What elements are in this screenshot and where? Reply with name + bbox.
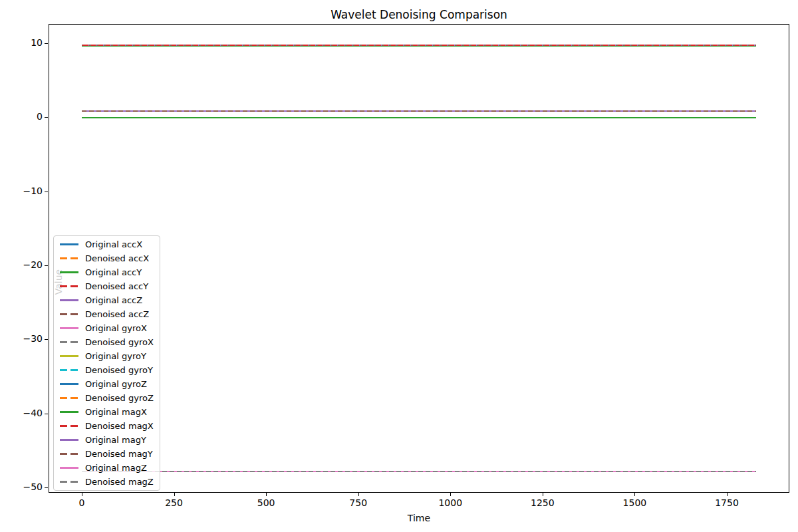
y-tick-mark bbox=[45, 487, 48, 488]
y-tick-label: −50 bbox=[9, 481, 43, 493]
legend-item: Denoised accY bbox=[54, 279, 160, 293]
legend-item: Original gyroX bbox=[54, 321, 160, 335]
plot-area: 02505007501000125015001750100−10−20−30−4… bbox=[49, 24, 789, 493]
line-denoised-magy bbox=[82, 110, 756, 112]
y-tick-label: −10 bbox=[9, 186, 43, 197]
legend-solid-line-swatch bbox=[60, 299, 78, 301]
legend-label: Denoised magX bbox=[85, 421, 154, 431]
legend-item: Denoised magX bbox=[54, 419, 160, 433]
legend-label: Denoised gyroX bbox=[85, 337, 154, 347]
legend-item: Original magX bbox=[54, 405, 160, 419]
x-tick-mark bbox=[543, 493, 543, 496]
legend-label: Original accZ bbox=[85, 295, 142, 305]
legend-label: Denoised magZ bbox=[85, 477, 154, 487]
x-tick-mark bbox=[82, 493, 82, 496]
legend-dashed-line-swatch bbox=[60, 453, 78, 455]
legend-solid-line-swatch bbox=[60, 355, 78, 357]
legend-dashed-line-swatch bbox=[60, 397, 78, 399]
legend-item: Original gyroY bbox=[54, 349, 160, 363]
y-tick-mark bbox=[45, 339, 48, 340]
legend-item: Original accX bbox=[54, 237, 160, 251]
legend-label: Original gyroX bbox=[85, 323, 147, 333]
legend-label: Denoised gyroY bbox=[85, 365, 153, 375]
legend-dashed-line-swatch bbox=[60, 481, 78, 483]
y-tick-mark bbox=[45, 414, 48, 414]
legend-solid-line-swatch bbox=[60, 467, 78, 469]
legend-dashed-line-swatch bbox=[60, 313, 78, 315]
x-tick-label: 500 bbox=[239, 497, 293, 509]
x-tick-mark bbox=[450, 493, 451, 496]
line-denoised-magz bbox=[82, 471, 756, 472]
legend-solid-line-swatch bbox=[60, 439, 78, 441]
legend-solid-line-swatch bbox=[60, 327, 78, 329]
matplotlib-figure: Wavelet Denoising Comparison 02505007501… bbox=[0, 0, 798, 532]
legend-item: Original accZ bbox=[54, 293, 160, 307]
x-tick-label: 1500 bbox=[608, 497, 661, 509]
legend-label: Original magX bbox=[85, 407, 147, 417]
legend-item: Denoised accX bbox=[54, 251, 160, 265]
x-tick-label: 1000 bbox=[424, 497, 477, 509]
x-tick-label: 1750 bbox=[700, 497, 753, 509]
y-tick-mark bbox=[45, 43, 48, 44]
legend-item: Denoised gyroX bbox=[54, 335, 160, 349]
line-original-magx bbox=[82, 117, 756, 118]
legend-solid-line-swatch bbox=[60, 383, 78, 385]
y-tick-label: −30 bbox=[9, 333, 43, 344]
legend-dashed-line-swatch bbox=[60, 369, 78, 371]
legend-item: Original gyroZ bbox=[54, 377, 160, 391]
x-axis-label: Time bbox=[49, 513, 789, 523]
legend-item: Denoised gyroY bbox=[54, 363, 160, 377]
legend-label: Denoised gyroZ bbox=[85, 393, 154, 403]
legend-label: Denoised accY bbox=[85, 281, 148, 291]
x-tick-label: 750 bbox=[332, 497, 385, 509]
y-tick-label: 0 bbox=[9, 111, 43, 122]
chart-title: Wavelet Denoising Comparison bbox=[49, 7, 789, 22]
legend-label: Original gyroZ bbox=[85, 379, 147, 389]
line-denoised-magx bbox=[82, 45, 756, 46]
x-tick-label: 250 bbox=[148, 497, 201, 509]
legend-label: Original magY bbox=[85, 435, 146, 445]
x-tick-mark bbox=[634, 493, 635, 496]
legend-solid-line-swatch bbox=[60, 411, 78, 413]
legend-item: Denoised magZ bbox=[54, 475, 160, 489]
legend-dashed-line-swatch bbox=[60, 341, 78, 343]
legend-dashed-line-swatch bbox=[60, 285, 78, 287]
x-tick-label: 0 bbox=[55, 497, 108, 509]
legend-dashed-line-swatch bbox=[60, 425, 78, 427]
legend-item: Original magZ bbox=[54, 461, 160, 475]
legend-dashed-line-swatch bbox=[60, 257, 78, 259]
x-tick-mark bbox=[727, 493, 728, 496]
legend-label: Original gyroY bbox=[85, 351, 146, 361]
y-tick-label: −20 bbox=[9, 259, 43, 271]
legend-item: Denoised magY bbox=[54, 447, 160, 461]
legend-label: Original accY bbox=[85, 267, 142, 277]
legend-item: Denoised accZ bbox=[54, 307, 160, 321]
legend-item: Denoised gyroZ bbox=[54, 391, 160, 405]
x-tick-mark bbox=[266, 493, 267, 496]
legend-label: Original magZ bbox=[85, 463, 147, 473]
y-tick-mark bbox=[45, 117, 48, 118]
legend-label: Denoised accZ bbox=[85, 309, 149, 319]
legend-solid-line-swatch bbox=[60, 243, 78, 245]
legend-item: Original accY bbox=[54, 265, 160, 279]
y-tick-mark bbox=[45, 192, 48, 192]
legend: Original accXDenoised accXOriginal accYD… bbox=[53, 235, 160, 491]
y-tick-mark bbox=[45, 265, 48, 266]
x-tick-label: 1250 bbox=[516, 497, 569, 509]
legend-label: Denoised accX bbox=[85, 253, 149, 263]
legend-label: Denoised magY bbox=[85, 449, 153, 459]
y-tick-label: 10 bbox=[9, 37, 43, 49]
legend-label: Original accX bbox=[85, 239, 142, 249]
y-tick-label: −40 bbox=[9, 408, 43, 419]
x-tick-mark bbox=[358, 493, 359, 496]
x-tick-mark bbox=[174, 493, 175, 496]
legend-solid-line-swatch bbox=[60, 271, 78, 273]
legend-item: Original magY bbox=[54, 433, 160, 447]
